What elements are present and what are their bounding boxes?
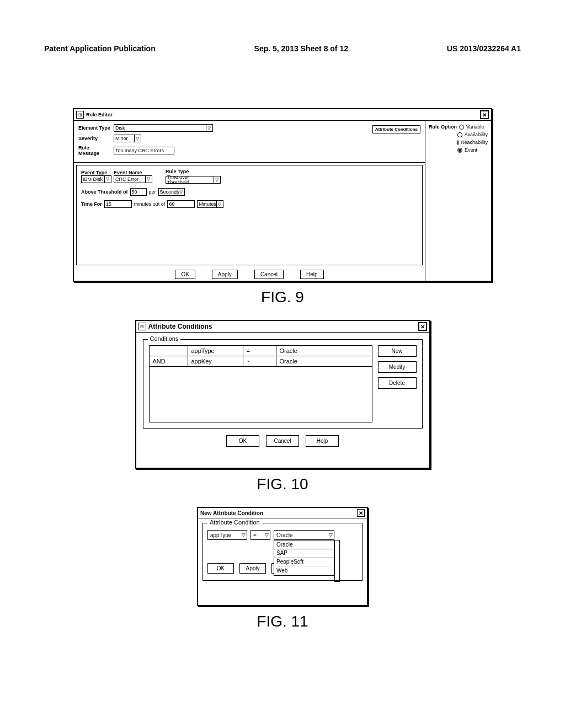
- ok-button[interactable]: OK: [207, 563, 234, 574]
- rule-type-select[interactable]: Time over Threshold: [166, 176, 221, 184]
- radio-availability-label: Availability: [465, 132, 488, 137]
- threshold-label: Above Threshold of: [81, 189, 128, 195]
- titlebar: New Attribute Condition ✕: [198, 508, 367, 518]
- op-cell: AND: [150, 356, 188, 367]
- event-name-select[interactable]: CRC Error: [114, 175, 152, 183]
- per-label: per: [149, 189, 156, 195]
- new-attribute-condition-window: New Attribute Condition ✕ Attribute Cond…: [197, 507, 368, 606]
- delete-button[interactable]: Delete: [378, 377, 417, 389]
- element-type-label: Element Type: [78, 125, 111, 131]
- attribute-conditions-button[interactable]: Attribute Conditions: [372, 125, 420, 133]
- time-for-input[interactable]: 15: [104, 200, 132, 208]
- radio-event-label: Event: [465, 147, 477, 153]
- conditions-legend: Conditions: [148, 335, 181, 342]
- table-row: AND appKey ~ Oracle: [150, 356, 372, 367]
- window-title: Attribute Conditions: [148, 323, 418, 330]
- rule-option-label: Rule Option: [429, 124, 457, 130]
- page-header: Patent Application Publication Sep. 5, 2…: [44, 44, 521, 53]
- event-type-select[interactable]: IBM Disk: [81, 175, 111, 183]
- severity-label: Severity: [78, 136, 111, 141]
- conditions-table[interactable]: appType = Oracle AND appKey ~ Oracle: [149, 345, 372, 422]
- attribute-conditions-window: ⊞ Attribute Conditions ✕ Conditions appT…: [135, 320, 430, 469]
- window-title: Rule Editor: [86, 112, 480, 117]
- figure-11-caption: FIG. 11: [44, 613, 521, 630]
- operator-select[interactable]: =: [250, 530, 270, 540]
- radio-event[interactable]: [457, 148, 462, 153]
- close-icon[interactable]: ✕: [357, 509, 365, 517]
- op-cell: [150, 346, 188, 356]
- time-for-label: Time For: [81, 201, 102, 207]
- modify-button[interactable]: Modify: [378, 361, 417, 373]
- cancel-button[interactable]: Cancel: [254, 270, 284, 279]
- rule-message-label: Rule Message: [78, 145, 111, 156]
- header-center: Sep. 5, 2013 Sheet 8 of 12: [254, 44, 348, 53]
- rule-editor-window: ⊞ Rule Editor ✕ Element Type Disk Attrib…: [73, 108, 492, 282]
- radio-reachability[interactable]: [457, 140, 459, 145]
- close-icon[interactable]: ✕: [418, 322, 427, 331]
- new-button[interactable]: New: [378, 345, 417, 357]
- ok-button[interactable]: OK: [175, 270, 195, 279]
- help-button[interactable]: Help: [306, 435, 339, 447]
- severity-select[interactable]: Minor: [114, 135, 141, 142]
- value-select[interactable]: Oracle: [274, 530, 334, 540]
- val-cell: Oracle: [276, 346, 372, 356]
- minutes-out-of-label: minutes out of: [134, 201, 166, 207]
- out-of-input[interactable]: 60: [167, 200, 195, 208]
- scrollbar[interactable]: [334, 540, 340, 582]
- value-dropdown-list[interactable]: Oracle SAP PeopleSoft Web: [274, 540, 334, 576]
- rule-option-panel: Rule Option Variable Availability Reacha…: [425, 121, 491, 281]
- radio-reachability-label: Reachability: [461, 140, 488, 145]
- help-button[interactable]: Help: [300, 270, 324, 279]
- cmp-cell: ~: [243, 356, 276, 367]
- attr-cell: appKey: [188, 356, 243, 367]
- attribute-condition-fieldset: Attribute Condition appType = Oracle Ora…: [202, 523, 363, 581]
- per-unit-select[interactable]: Seconds: [158, 188, 185, 196]
- event-name-label: Event Name: [114, 170, 152, 175]
- attr-cell: appType: [188, 346, 243, 356]
- val-cell: Oracle: [276, 356, 372, 367]
- figure-9-caption: FIG. 9: [44, 288, 521, 306]
- header-right: US 2013/0232264 A1: [447, 44, 521, 53]
- conditions-fieldset: Conditions appType = Oracle AND appKey ~: [143, 339, 423, 429]
- attribute-condition-legend: Attribute Condition: [207, 519, 262, 526]
- ok-button[interactable]: OK: [226, 435, 259, 447]
- radio-availability[interactable]: [457, 132, 462, 137]
- window-title: New Attribute Condition: [200, 510, 357, 516]
- close-icon[interactable]: ✕: [480, 110, 489, 119]
- app-icon: ⊞: [138, 323, 146, 330]
- apply-button[interactable]: Apply: [212, 270, 238, 279]
- cmp-cell: =: [243, 346, 276, 356]
- out-of-unit-select[interactable]: Minutes: [197, 200, 223, 208]
- option-web[interactable]: Web: [274, 566, 334, 575]
- event-type-label: Event Type: [81, 170, 111, 175]
- option-peoplesoft[interactable]: PeopleSoft: [274, 558, 334, 566]
- apply-button[interactable]: Apply: [239, 563, 266, 574]
- option-oracle[interactable]: Oracle: [274, 540, 334, 549]
- table-row: appType = Oracle: [150, 346, 372, 356]
- header-left: Patent Application Publication: [44, 44, 156, 53]
- rule-type-label: Rule Type: [166, 169, 221, 174]
- radio-variable[interactable]: [459, 125, 464, 130]
- rule-message-input[interactable]: Too many CRC Errors: [114, 147, 174, 154]
- app-icon: ⊞: [76, 111, 84, 119]
- titlebar: ⊞ Rule Editor ✕: [74, 109, 491, 121]
- attribute-select[interactable]: appType: [207, 530, 247, 540]
- option-sap[interactable]: SAP: [274, 549, 334, 558]
- figure-10-caption: FIG. 10: [44, 475, 521, 493]
- radio-variable-label: Variable: [466, 124, 484, 130]
- element-type-select[interactable]: Disk: [114, 124, 213, 132]
- cancel-button[interactable]: Cancel: [266, 435, 299, 447]
- threshold-input[interactable]: 50: [130, 188, 147, 196]
- titlebar: ⊞ Attribute Conditions ✕: [136, 321, 429, 333]
